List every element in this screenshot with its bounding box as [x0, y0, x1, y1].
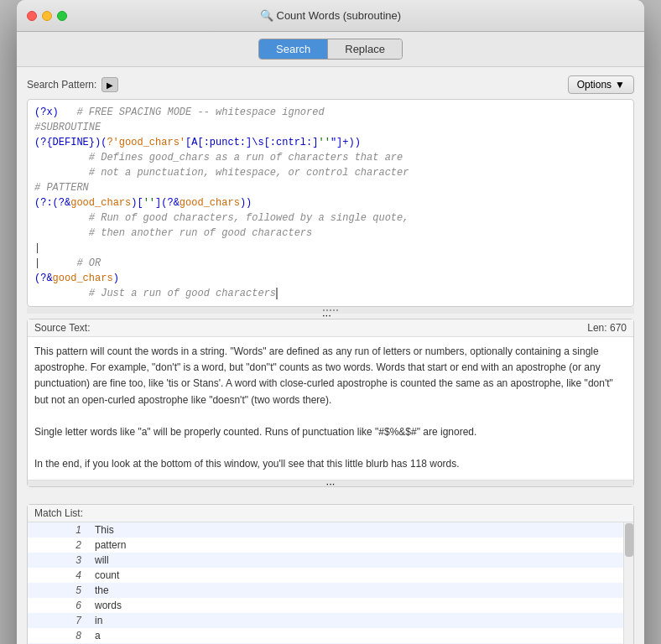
- match-section: Match List: 1This2pattern3will4count5the…: [27, 504, 634, 645]
- scrollbar-thumb[interactable]: [625, 523, 633, 557]
- code-line-1: (?x) # FREE SPACING MODE -- whitespace i…: [34, 105, 627, 120]
- code-line-9: # then another run of good characters: [34, 226, 627, 241]
- minimize-button[interactable]: [42, 11, 52, 21]
- source-text-area[interactable]: This pattern will count the words in a s…: [28, 337, 633, 480]
- scrollbar-track[interactable]: [623, 522, 633, 645]
- match-val: will: [95, 554, 633, 566]
- tab-replace[interactable]: Replace: [328, 39, 402, 59]
- tab-search[interactable]: Search: [259, 39, 328, 59]
- close-button[interactable]: [27, 11, 37, 21]
- match-num: 2: [28, 539, 95, 551]
- match-row: 2pattern: [28, 538, 633, 553]
- search-pattern-label: Search Pattern:: [27, 79, 96, 91]
- source-length-value: 670: [610, 322, 627, 334]
- search-pattern-row: Search Pattern: ▶ Options ▼: [27, 75, 634, 94]
- match-row: 7in: [28, 613, 633, 628]
- match-val: This: [95, 524, 633, 536]
- match-val: in: [95, 615, 633, 626]
- main-content: Search Pattern: ▶ Options ▼ (?x) # FREE …: [17, 67, 644, 496]
- code-line-5: # not a punctuation, whitespace, or cont…: [34, 165, 627, 180]
- source-resize-handle[interactable]: ···: [28, 480, 633, 486]
- match-row: 5the: [28, 583, 633, 598]
- match-num: 6: [28, 600, 95, 611]
- traffic-lights: [27, 11, 67, 21]
- match-row: 6words: [28, 598, 633, 613]
- titlebar: 🔍 Count Words (subroutine): [17, 0, 644, 32]
- match-row: 4count: [28, 568, 633, 583]
- source-label: Source Text:: [34, 322, 90, 334]
- source-resize-dots-icon: ···: [326, 477, 336, 490]
- search-pattern-arrow-button[interactable]: ▶: [101, 77, 118, 92]
- match-list-container: Match List: 1This2pattern3will4count5the…: [17, 504, 644, 645]
- toolbar: Search Replace: [17, 32, 644, 67]
- options-chevron-icon: ▼: [615, 79, 625, 91]
- source-section: Source Text: Len: 670 This pattern will …: [27, 319, 634, 487]
- maximize-button[interactable]: [57, 11, 67, 21]
- match-list[interactable]: 1This2pattern3will4count5the6words7in8a9…: [28, 522, 633, 645]
- code-line-6: # PATTERN: [34, 180, 627, 195]
- code-line-10: |: [34, 241, 627, 256]
- code-editor[interactable]: (?x) # FREE SPACING MODE -- whitespace i…: [27, 99, 634, 307]
- match-num: 5: [28, 584, 95, 596]
- match-val: words: [95, 600, 633, 611]
- code-line-13: # Just a run of good characters​: [34, 286, 627, 301]
- code-line-2: #SUBROUTINE: [34, 120, 627, 135]
- match-header: Match List:: [28, 505, 633, 522]
- match-list-wrapper: 1This2pattern3will4count5the6words7in8a9…: [28, 522, 633, 645]
- match-val: a: [95, 630, 633, 641]
- code-line-4: # Defines good_chars as a run of charact…: [34, 150, 627, 165]
- match-val: the: [95, 584, 633, 596]
- code-line-8: # Run of good characters, followed by a …: [34, 210, 627, 226]
- match-num: 7: [28, 615, 95, 626]
- code-line-7: (?:(?&good_chars)[''](?&good_chars)): [34, 195, 627, 210]
- options-label: Options: [577, 79, 612, 91]
- match-num: 4: [28, 569, 95, 581]
- match-num: 8: [28, 630, 95, 641]
- tab-group: Search Replace: [258, 39, 403, 60]
- options-button[interactable]: Options ▼: [568, 75, 634, 94]
- resize-dots-icon: ···: [322, 309, 339, 312]
- code-line-12: (?&good_chars): [34, 271, 627, 286]
- app-window: 🔍 Count Words (subroutine) Search Replac…: [17, 0, 644, 644]
- match-val: count: [95, 569, 633, 581]
- source-length-label: Len:: [587, 322, 606, 334]
- source-length: Len: 670: [587, 322, 627, 334]
- match-val: pattern: [95, 539, 633, 551]
- match-row: 8a: [28, 628, 633, 643]
- source-header: Source Text: Len: 670: [28, 319, 633, 337]
- code-line-11: | # OR: [34, 256, 627, 271]
- code-line-3: (?{DEFINE})(?'good_chars'[A[:punct:]\s[:…: [34, 135, 627, 150]
- match-num: 1: [28, 524, 95, 536]
- code-resize-handle[interactable]: ···: [27, 307, 634, 314]
- match-row: 1This: [28, 522, 633, 538]
- match-row: 3will: [28, 553, 633, 568]
- window-title: 🔍 Count Words (subroutine): [260, 9, 401, 22]
- match-num: 3: [28, 554, 95, 566]
